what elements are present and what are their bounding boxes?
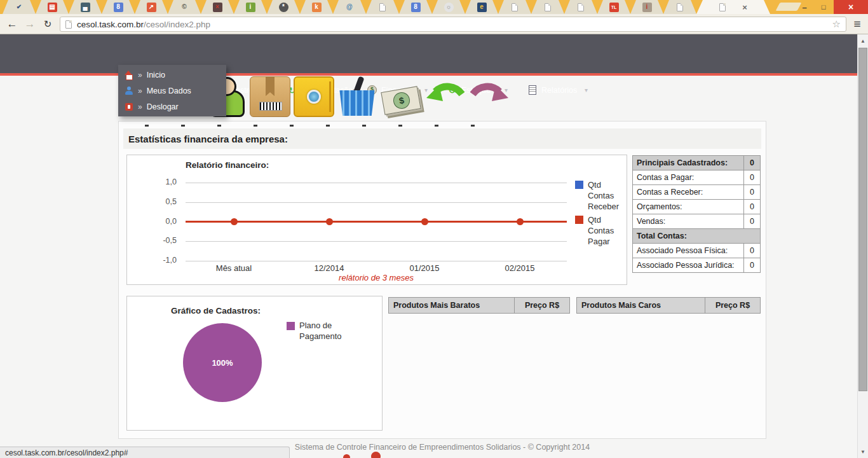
green-back-arrow-icon[interactable]	[425, 76, 466, 117]
bird-logo-favicon: ✔	[15, 3, 24, 12]
menu-item-deslogar[interactable]: »Deslogar	[118, 99, 226, 114]
table-row: Associado Pessoa Física:0	[633, 244, 761, 258]
section-heading-strip: Estatísticas financeira da empresa:	[123, 128, 761, 149]
restore-button[interactable]: □	[815, 0, 832, 14]
table-label-cell: Orçamentos:	[633, 200, 744, 214]
scroll-down-icon[interactable]: ▼	[858, 447, 868, 457]
tab-strip: ✔▤▄8↗©×i*k@8☼eTLi	[3, 0, 696, 14]
clipped-link-row	[145, 125, 507, 127]
menu-item-meusdados[interactable]: »Meus Dados	[118, 83, 226, 99]
browser-tab[interactable]: e	[465, 0, 498, 14]
browser-tab[interactable]: 8	[399, 0, 432, 14]
browser-tab[interactable]: i	[234, 0, 267, 14]
purple-forward-arrow-icon[interactable]	[469, 76, 510, 117]
back-icon[interactable]: ←	[4, 14, 20, 34]
table-section-header: Total Contas:	[633, 229, 761, 244]
blank-page-icon	[578, 3, 584, 11]
nav-item-relatorios[interactable]: Relatórios▾	[522, 81, 593, 99]
clipped-link-text	[217, 125, 221, 127]
clipped-link-text	[471, 125, 475, 127]
clipped-chart-dot	[371, 452, 381, 458]
user-icon	[125, 87, 134, 95]
browser-tab[interactable]	[498, 0, 531, 14]
pie-title: Gráfico de Cadastros:	[171, 306, 261, 316]
logout-icon	[125, 102, 134, 111]
menu-item-label: Meus Dados	[147, 87, 191, 95]
pie-slice: 100%	[183, 323, 262, 402]
browser-tab[interactable]	[531, 0, 564, 14]
info-favicon: i	[246, 3, 255, 12]
basket-icon[interactable]	[337, 76, 378, 117]
table-label-cell: Principais Cadastrados:	[633, 156, 744, 170]
gear-favicon: *	[279, 3, 288, 12]
bullet: »	[138, 87, 142, 95]
money-stack-icon[interactable]	[381, 76, 422, 117]
safe-icon[interactable]	[294, 76, 334, 117]
bullet: »	[138, 71, 142, 80]
address-bar[interactable]: cesol.task.com.br /cesol/index2.php ☆	[60, 17, 846, 32]
browser-tab[interactable]: ☼	[432, 0, 465, 14]
scroll-up-icon[interactable]: ▲	[858, 36, 868, 46]
url-host: cesol.task.com.br	[77, 20, 144, 29]
menu-item-inicio[interactable]: »Inicio	[118, 67, 226, 83]
gridline	[186, 202, 567, 203]
letter-i-favicon: i	[642, 3, 652, 12]
browser-tab[interactable]: ©	[168, 0, 201, 14]
browser-tab[interactable]: k	[300, 0, 333, 14]
bullet: »	[138, 102, 142, 111]
menu-icon[interactable]: ≡	[849, 14, 865, 34]
browser-tab[interactable]: @	[333, 0, 366, 14]
clipped-link-text	[290, 125, 294, 127]
chart-caption: relátorio de 3 meses	[186, 273, 567, 282]
page-scrollbar[interactable]: ▲ ▼	[857, 34, 868, 458]
y-axis-tick: -1,0	[150, 256, 177, 265]
y-axis-tick: 0,0	[150, 217, 177, 226]
browser-tab[interactable]	[366, 0, 399, 14]
legend-swatch	[575, 181, 583, 189]
browser-tab[interactable]: 8	[102, 0, 135, 14]
clipped-link-text	[435, 125, 438, 127]
principal-dropdown: »Inicio»Meus Dados»Deslogar	[118, 65, 226, 116]
browser-tab[interactable]: ✔	[3, 0, 36, 14]
table-label-cell: Vendas:	[633, 214, 744, 229]
browser-tab[interactable]: ▄	[69, 0, 102, 14]
status-bar: cesol.task.com.br/cesol/index2.php#	[0, 447, 290, 458]
reload-icon[interactable]: ↻	[39, 14, 56, 34]
series-line	[186, 221, 567, 223]
legend-entry: Qtd Contas Receber	[575, 179, 627, 212]
legend-swatch	[287, 322, 295, 330]
browser-tab[interactable]: ↗	[135, 0, 168, 14]
minimize-button[interactable]: –	[796, 0, 813, 14]
clipped-link-text	[398, 125, 402, 127]
swirl-favicon: @	[345, 3, 355, 12]
browser-tab[interactable]: i	[630, 0, 663, 14]
browser-tab[interactable]	[663, 0, 696, 14]
forward-icon[interactable]: →	[22, 14, 38, 34]
tab-close-icon[interactable]: ×	[742, 3, 747, 12]
blank-page-icon	[512, 3, 518, 11]
scrollbar-thumb[interactable]	[858, 48, 867, 391]
google-favicon: 8	[411, 3, 421, 12]
browser-tab[interactable]: TL	[597, 0, 630, 14]
laptop-favicon: ▄	[81, 3, 90, 12]
legend-label: Plano de Pagamento	[299, 320, 358, 342]
browser-window: ✔▤▄8↗©×i*k@8☼eTLi × – □ × ← → ↻ cesol.ta…	[0, 0, 868, 458]
table-value-cell: 0	[744, 170, 761, 185]
content-panel: Estatísticas financeira da empresa: Rela…	[118, 121, 766, 439]
x-axis-tick: 12/2014	[297, 263, 361, 273]
priciest-products-table: Produtos Mais Caros Preço R$	[576, 297, 761, 314]
package-icon[interactable]	[250, 76, 290, 117]
table-value-cell: 0	[744, 200, 761, 214]
clipped-link-text	[362, 125, 366, 127]
bookmark-star-icon[interactable]: ☆	[832, 18, 841, 30]
table-value-cell: 0	[744, 185, 761, 200]
browser-tab[interactable]: ▤	[36, 0, 69, 14]
table-label-cell: Associado Pessoa Jurídica:	[633, 258, 744, 273]
report-icon	[527, 85, 538, 95]
close-button[interactable]: ×	[834, 0, 868, 14]
browser-tab[interactable]: *	[267, 0, 300, 14]
browser-tab[interactable]: ×	[201, 0, 234, 14]
browser-tab[interactable]	[564, 0, 597, 14]
active-tab[interactable]: ×	[696, 0, 770, 14]
cadastros-pie-chart: Gráfico de Cadastros: 100% Plano de Paga…	[126, 296, 383, 431]
